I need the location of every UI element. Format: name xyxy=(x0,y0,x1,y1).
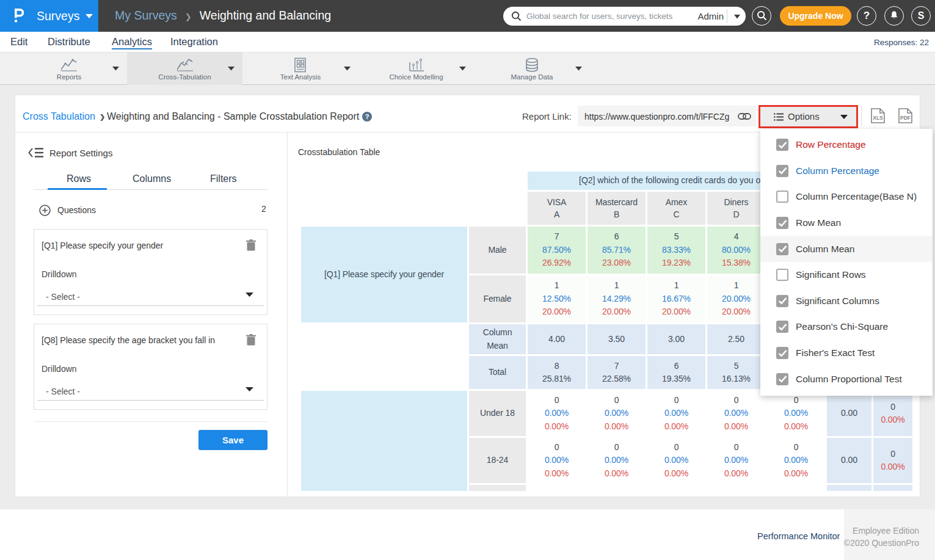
svg-text:PDF: PDF xyxy=(900,115,911,121)
svg-text:XLS: XLS xyxy=(873,115,883,121)
